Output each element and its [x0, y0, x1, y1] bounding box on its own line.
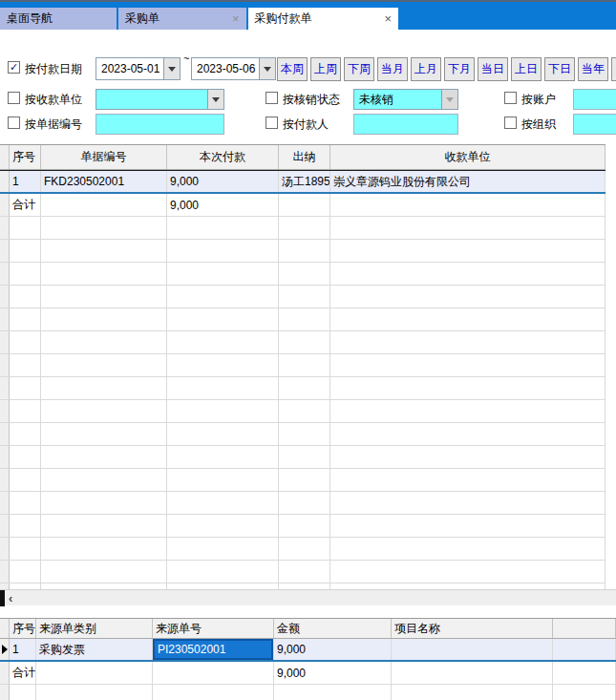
date-to-select[interactable]: 2023-05-06 [191, 57, 276, 80]
empty-cell [41, 194, 167, 216]
payee-unit-value [96, 89, 207, 110]
empty-grid-row [0, 240, 605, 263]
splitter-handle[interactable] [0, 590, 5, 606]
total-label: 合计 [10, 662, 36, 684]
close-icon[interactable]: × [385, 12, 393, 25]
this-week-button[interactable]: 本周 [277, 57, 308, 81]
payment-date-checkbox[interactable]: ✓ [8, 61, 20, 74]
current-row-indicator [0, 639, 10, 660]
quick-range-buttons: 本周 上周 下周 当月 上月 下月 当日 上日 下日 当年 [277, 57, 616, 81]
table-row[interactable]: 1 采购发票 PI230502001 9,000 [0, 639, 616, 662]
total-row: 合计 9,000 [0, 194, 605, 217]
col-header-blank [553, 619, 616, 638]
empty-cell [279, 194, 330, 216]
payee-unit-checkbox[interactable] [8, 92, 20, 104]
col-header-amount: 金额 [274, 619, 392, 638]
payer-input[interactable] [353, 114, 458, 135]
cell-source-type: 采购发票 [36, 639, 153, 660]
quick-range-button-partial[interactable] [611, 57, 616, 81]
table-row[interactable]: 1 FKD230502001 9,000 汤工1895 崇义章源钨业股份有限公司 [0, 170, 605, 194]
empty-cell [153, 662, 274, 684]
tab-label: 采购付款单 [255, 11, 312, 27]
empty-grid-row [0, 446, 605, 469]
source-no-editor[interactable]: PI230502001 [153, 639, 273, 660]
organization-input[interactable] [573, 114, 616, 135]
grid-header-row: 序号 来源单类别 来源单号 金额 项目名称 [0, 619, 616, 639]
total-row: 合计 9,000 [0, 662, 616, 685]
next-week-button[interactable]: 下周 [344, 57, 374, 81]
total-amount: 9,000 [274, 662, 392, 684]
verify-status-dropdown-button[interactable] [441, 89, 458, 110]
empty-cell [553, 662, 616, 684]
this-month-button[interactable]: 当月 [377, 57, 408, 81]
last-month-button[interactable]: 上月 [411, 57, 441, 81]
empty-grid-row [0, 492, 605, 515]
empty-grid-row [0, 263, 605, 286]
check-icon: ✓ [10, 62, 18, 73]
cell-seq: 1 [10, 639, 36, 660]
doc-number-checkbox[interactable] [8, 117, 20, 129]
row-indicator-header [0, 619, 10, 638]
date-from-dropdown-button[interactable] [163, 57, 181, 80]
empty-grid-row [0, 515, 605, 538]
organization-label: 按组织 [521, 117, 556, 133]
scroll-left-icon[interactable]: ‹ [9, 590, 12, 606]
date-from-select[interactable]: 2023-05-01 [96, 57, 181, 80]
verify-status-checkbox[interactable] [266, 92, 278, 104]
payee-unit-dropdown-button[interactable] [207, 89, 224, 110]
verify-status-value: 未核销 [353, 89, 441, 110]
col-header-seq: 序号 [10, 619, 36, 638]
next-month-button[interactable]: 下月 [444, 57, 475, 81]
tab-purchase-payment[interactable]: 采购付款单 × [248, 8, 399, 30]
col-header-payee: 收款单位 [330, 145, 605, 169]
cell-doc-no: FKD230502001 [41, 171, 167, 192]
payer-checkbox[interactable] [266, 117, 278, 129]
verify-status-select[interactable]: 未核销 [353, 89, 458, 110]
empty-grid-row [0, 400, 605, 423]
col-header-seq: 序号 [10, 145, 41, 169]
payer-label: 按付款人 [283, 117, 329, 133]
verify-status-label: 按核销状态 [283, 92, 340, 108]
total-amount: 9,000 [167, 194, 279, 216]
total-label: 合计 [10, 194, 41, 216]
account-label: 按账户 [521, 92, 556, 108]
tab-purchase-order[interactable]: 采购单 × [118, 8, 246, 30]
empty-cell [36, 662, 153, 684]
payee-unit-select[interactable] [96, 89, 224, 110]
col-header-source-no: 来源单号 [153, 619, 274, 638]
account-checkbox[interactable] [504, 92, 517, 104]
date-from-value: 2023-05-01 [96, 57, 163, 80]
col-header-source-type: 来源单类别 [36, 619, 153, 638]
grid-header-row: 序号 单据编号 本次付款 出纳 收款单位 [0, 145, 605, 170]
date-to-dropdown-button[interactable] [259, 57, 276, 80]
row-indicator-header [0, 145, 10, 169]
empty-grid-row [0, 685, 616, 700]
empty-grid-row [0, 286, 605, 308]
row-indicator [0, 194, 10, 216]
cell-amount: 9,000 [274, 639, 392, 660]
empty-cell [330, 194, 605, 216]
today-button[interactable]: 当日 [478, 57, 508, 81]
next-day-button[interactable]: 下日 [544, 57, 575, 81]
horizontal-scrollbar[interactable]: ‹ [0, 589, 616, 605]
tab-desktop-nav[interactable]: 桌面导航 [0, 8, 117, 30]
account-input[interactable] [573, 89, 616, 110]
close-icon[interactable]: × [232, 12, 240, 25]
tab-label: 桌面导航 [7, 11, 53, 27]
empty-grid-row [0, 377, 605, 400]
chevron-down-icon [212, 97, 220, 102]
cell-source-no: PI230502001 [153, 639, 274, 660]
date-range-separator: ~ [183, 53, 189, 64]
last-week-button[interactable]: 上周 [310, 57, 341, 81]
cell-seq: 1 [10, 171, 41, 192]
col-header-project: 项目名称 [392, 619, 553, 638]
empty-grid-row [0, 331, 605, 354]
prev-day-button[interactable]: 上日 [511, 57, 542, 81]
chevron-down-icon [264, 67, 271, 72]
this-year-button[interactable]: 当年 [578, 57, 608, 81]
empty-grid-row [0, 217, 605, 240]
organization-checkbox[interactable] [504, 117, 517, 129]
empty-cell [392, 662, 553, 684]
tab-bar: 桌面导航 采购单 × 采购付款单 × [0, 0, 616, 30]
doc-number-input[interactable] [96, 114, 224, 135]
